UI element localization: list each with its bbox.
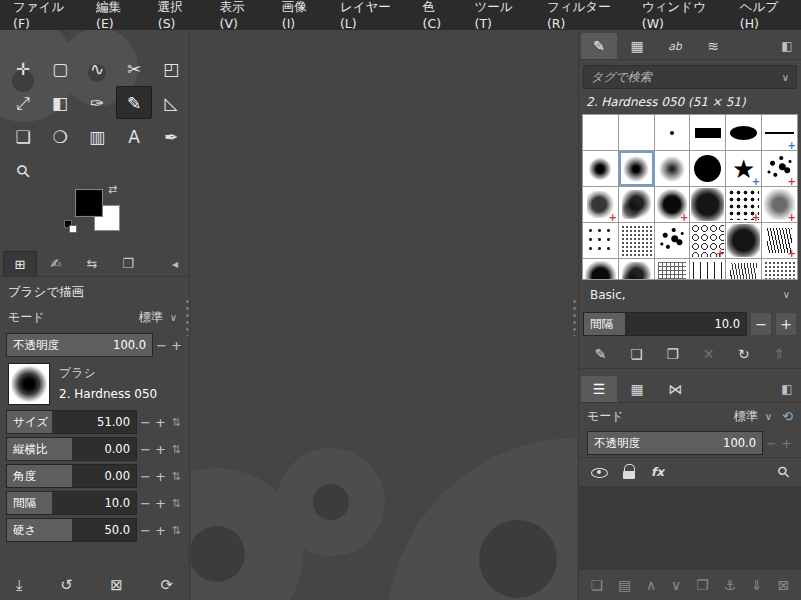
brush-item[interactable] [583,115,618,150]
brush-item[interactable]: + [690,223,725,258]
size-increment-button[interactable]: + [154,415,167,430]
brush-item[interactable] [619,187,654,222]
brush-item[interactable] [619,259,654,280]
open-brush-location-icon[interactable]: ⇑ [773,346,785,362]
aspect-ratio-slider[interactable]: 縦横比 0.00 [6,437,137,461]
tab-undo-history[interactable]: ⇆ [75,251,109,276]
aspect-link-icon[interactable]: ⇅ [169,443,183,456]
brush-item[interactable]: + [762,151,797,186]
hardness-link-icon[interactable]: ⇅ [169,524,183,537]
brush-item[interactable] [619,223,654,258]
brush-item[interactable] [583,151,618,186]
duplicate-brush-icon[interactable]: ❐ [666,346,679,362]
brush-spacing-increment-button[interactable]: + [775,312,797,336]
free-select-tool[interactable]: ∿ [79,52,115,85]
menu-item-0[interactable]: ファイル(F) [0,0,83,30]
opacity-increment-button[interactable]: + [170,338,183,353]
hardness-increment-button[interactable]: + [154,523,167,538]
paintbrush-tool[interactable]: ✎ [116,86,152,119]
swap-colors-icon[interactable]: ⇄ [108,183,117,196]
brush-spacing-slider[interactable]: 間隔 10.0 [583,312,747,336]
foreground-color-swatch[interactable] [76,190,102,216]
tab-fonts[interactable]: ab [657,33,693,59]
size-link-icon[interactable]: ⇅ [169,416,183,429]
layers-list[interactable] [579,487,801,570]
gradient-tool[interactable]: ▥ [79,120,115,153]
brush-item[interactable] [655,259,690,280]
layer-opacity-increment-button[interactable]: + [780,436,793,451]
blend-space-icon[interactable]: ⟲ [782,409,793,424]
move-tool[interactable]: ✛ [5,52,41,85]
menu-item-1[interactable]: 編集(E) [83,0,145,30]
tab-channels[interactable]: ▦ [619,376,655,402]
angle-link-icon[interactable]: ⇅ [169,470,183,483]
ink-tool[interactable]: ✒ [153,120,189,153]
hardness-decrement-button[interactable]: − [139,523,152,538]
brush-item[interactable]: + [726,151,761,186]
brush-item[interactable] [655,223,690,258]
brush-item[interactable] [619,151,654,186]
brush-item[interactable] [690,115,725,150]
brush-item[interactable]: + [583,187,618,222]
merge-layer-icon[interactable]: ⇓ [751,577,763,593]
menu-item-7[interactable]: ツール(T) [462,0,534,30]
rectangle-select-tool[interactable]: ▢ [42,52,78,85]
layer-mode-select[interactable]: 標準 ∨ [730,405,776,427]
size-decrement-button[interactable]: − [139,415,152,430]
tab-tool-options[interactable]: ⊞ [3,251,37,276]
zoom-tool[interactable]: ⚲ [5,154,41,187]
spacing-slider[interactable]: 間隔 10.0 [6,491,137,515]
tab-images[interactable]: ❐ [111,251,145,276]
brush-item[interactable] [619,115,654,150]
brush-item[interactable] [726,259,761,280]
visibility-eye-icon[interactable] [591,464,607,480]
brush-item[interactable] [690,151,725,186]
brush-item[interactable]: + [726,187,761,222]
brush-item[interactable] [762,259,797,280]
tab-patterns[interactable]: ▦ [619,33,655,59]
new-brush-icon[interactable]: ❏ [630,346,643,362]
tab-layers[interactable]: ☰ [581,376,617,402]
tab-brushes[interactable]: ✎ [581,33,617,59]
reset-tool-options-icon[interactable]: ⟳ [160,576,173,594]
unified-transform-tool[interactable]: ⤢ [5,86,41,119]
brush-item[interactable] [726,223,761,258]
edit-brush-icon[interactable]: ✎ [595,346,607,362]
spacing-decrement-button[interactable]: − [139,496,152,511]
tab-paths[interactable]: ⋈ [657,376,693,402]
layer-opacity-decrement-button[interactable]: − [765,436,778,451]
menu-item-10[interactable]: ヘルプ(H) [727,0,801,30]
anchor-layer-icon[interactable]: ⚓ [724,577,737,593]
delete-tool-options-icon[interactable]: ⊠ [110,576,123,594]
new-group-icon[interactable]: ▤ [618,577,631,593]
canvas-area[interactable] [191,30,577,600]
raise-layer-icon[interactable]: ∧ [646,577,656,593]
brush-item[interactable] [583,223,618,258]
brush-item[interactable] [583,259,618,280]
menu-item-4[interactable]: 画像(I) [269,0,327,30]
smudge-tool[interactable]: ❍ [42,120,78,153]
brush-item[interactable]: + [762,223,797,258]
layer-opacity-slider[interactable]: 不透明度 100.0 [587,431,763,455]
save-tool-options-icon[interactable]: ⤓ [16,576,23,594]
menu-item-5[interactable]: レイヤー(L) [327,0,410,30]
layer-effects-icon[interactable]: fx [651,465,664,479]
panel-resize-handle[interactable] [572,298,577,336]
lower-layer-icon[interactable]: ∨ [671,577,681,593]
bucket-fill-tool[interactable]: ◧ [42,86,78,119]
aspect-increment-button[interactable]: + [154,442,167,457]
tag-search-combo[interactable]: タグで検索 ∨ [583,65,797,89]
menu-item-3[interactable]: 表示(V) [207,0,269,30]
crop-tool[interactable]: ◰ [153,52,189,85]
brush-item[interactable] [655,151,690,186]
delete-layer-icon[interactable]: ⊠ [778,577,790,593]
opacity-slider[interactable]: 不透明度 100.0 [6,333,153,357]
search-icon[interactable]: ⚲ [778,463,789,481]
airbrush-tool[interactable]: ✑ [79,86,115,119]
tab-device-status[interactable]: ✍ [39,251,73,276]
menu-item-8[interactable]: フィルター(R) [534,0,629,30]
aspect-decrement-button[interactable]: − [139,442,152,457]
dock-menu-button[interactable]: ◂ [164,251,186,276]
menu-item-2[interactable]: 選択(S) [145,0,207,30]
duplicate-layer-icon[interactable]: ❐ [696,577,709,593]
